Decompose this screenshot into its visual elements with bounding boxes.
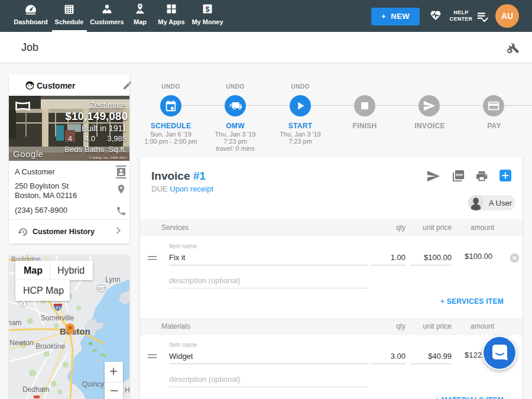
svg-text:$: $ [206,5,210,14]
svg-text:93: 93 [56,306,60,310]
svg-text:PDF: PDF [456,173,463,177]
